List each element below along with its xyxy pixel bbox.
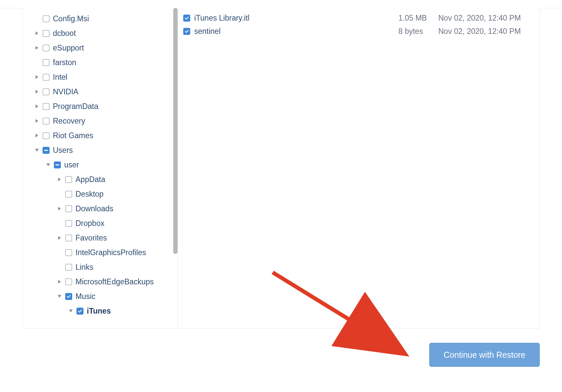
svg-marker-4 bbox=[36, 104, 38, 108]
file-row[interactable]: sentinel8 bytesNov 02, 2020, 12:40 PM bbox=[183, 25, 528, 38]
tree-item-label: dcboot bbox=[53, 29, 76, 38]
file-name: iTunes Library.itl bbox=[194, 14, 398, 23]
checkbox-tree-0[interactable] bbox=[43, 15, 50, 22]
checkbox-tree-10[interactable] bbox=[54, 161, 61, 168]
checkbox-tree-4[interactable] bbox=[43, 74, 50, 81]
svg-marker-0 bbox=[36, 31, 38, 35]
tree-item-label: NVIDIA bbox=[53, 87, 78, 96]
checkbox-file-1[interactable] bbox=[183, 28, 190, 35]
checkbox-tree-5[interactable] bbox=[43, 88, 50, 95]
tree-row[interactable]: Riot Games bbox=[33, 128, 173, 143]
chevron-right-icon[interactable] bbox=[55, 236, 64, 240]
checkbox-tree-2[interactable] bbox=[43, 45, 50, 51]
tree-item-label: Config.Msi bbox=[53, 14, 89, 23]
tree-row[interactable]: eSupport bbox=[33, 41, 173, 55]
tree-item-label: Dropbox bbox=[75, 219, 104, 228]
checkbox-tree-3[interactable] bbox=[43, 59, 50, 66]
svg-marker-1 bbox=[36, 46, 38, 49]
checkbox-tree-19[interactable] bbox=[65, 293, 72, 300]
svg-marker-6 bbox=[36, 134, 38, 137]
checkbox-tree-16[interactable] bbox=[65, 249, 72, 256]
svg-marker-12 bbox=[58, 280, 61, 283]
tree-item-label: Downloads bbox=[75, 204, 113, 213]
tree-item-label: Users bbox=[53, 146, 73, 155]
checkbox-tree-20[interactable] bbox=[76, 308, 83, 315]
file-size: 1.05 MB bbox=[398, 14, 438, 23]
tree-item-label: user bbox=[64, 160, 79, 169]
restore-button-label: Continue with Restore bbox=[444, 350, 525, 360]
checkbox-tree-8[interactable] bbox=[43, 132, 50, 139]
chevron-down-icon[interactable] bbox=[33, 148, 41, 152]
svg-marker-13 bbox=[58, 295, 61, 298]
svg-marker-8 bbox=[46, 163, 50, 166]
checkbox-tree-6[interactable] bbox=[43, 103, 50, 110]
checkbox-tree-11[interactable] bbox=[65, 176, 72, 183]
tree-item-label: AppData bbox=[75, 175, 105, 184]
tree-row[interactable]: farston bbox=[33, 55, 173, 70]
checkbox-tree-1[interactable] bbox=[43, 30, 50, 37]
svg-marker-10 bbox=[58, 207, 61, 210]
checkbox-file-0[interactable] bbox=[183, 15, 190, 22]
chevron-right-icon[interactable] bbox=[33, 133, 41, 138]
tree-row[interactable]: iTunes bbox=[33, 304, 173, 318]
tree-row[interactable]: MicrosoftEdgeBackups bbox=[33, 274, 173, 289]
tree-row[interactable]: NVIDIA bbox=[33, 84, 173, 99]
folder-tree-sidebar: Config.MsidcbooteSupportfarstonIntelNVID… bbox=[23, 8, 178, 328]
tree-row[interactable]: ProgramData bbox=[33, 99, 173, 114]
tree-row[interactable]: Music bbox=[33, 289, 173, 304]
tree-item-label: Intel bbox=[53, 73, 67, 82]
sidebar-scrollbar[interactable] bbox=[173, 8, 178, 254]
tree-row[interactable]: Favorites bbox=[33, 231, 173, 245]
svg-marker-14 bbox=[69, 310, 72, 312]
tree-item-label: Recovery bbox=[53, 117, 85, 126]
checkbox-tree-17[interactable] bbox=[65, 264, 72, 271]
tree-row[interactable]: Links bbox=[33, 260, 173, 274]
checkbox-tree-14[interactable] bbox=[65, 220, 72, 227]
file-list-pane: iTunes Library.itl1.05 MBNov 02, 2020, 1… bbox=[178, 8, 539, 328]
tree-row[interactable]: Desktop bbox=[33, 187, 173, 201]
svg-marker-11 bbox=[58, 236, 61, 240]
chevron-right-icon[interactable] bbox=[33, 119, 41, 123]
chevron-right-icon[interactable] bbox=[33, 31, 41, 36]
chevron-right-icon[interactable] bbox=[33, 89, 41, 94]
tree-row[interactable]: IntelGraphicsProfiles bbox=[33, 245, 173, 260]
chevron-down-icon[interactable] bbox=[44, 162, 53, 167]
chevron-down-icon[interactable] bbox=[67, 309, 75, 313]
svg-marker-7 bbox=[35, 149, 39, 151]
tree-row[interactable]: Recovery bbox=[33, 114, 173, 128]
tree-row[interactable]: Intel bbox=[33, 70, 173, 84]
svg-marker-3 bbox=[36, 90, 38, 93]
continue-with-restore-button[interactable]: Continue with Restore bbox=[429, 343, 540, 367]
tree-item-label: Favorites bbox=[75, 234, 107, 243]
file-row[interactable]: iTunes Library.itl1.05 MBNov 02, 2020, 1… bbox=[183, 11, 528, 25]
chevron-right-icon[interactable] bbox=[33, 104, 41, 109]
checkbox-tree-18[interactable] bbox=[65, 278, 72, 285]
chevron-right-icon[interactable] bbox=[33, 46, 41, 50]
tree-row[interactable]: Downloads bbox=[33, 201, 173, 216]
tree-item-label: Links bbox=[75, 263, 93, 272]
file-name: sentinel bbox=[194, 27, 398, 36]
tree-row[interactable]: Config.Msi bbox=[33, 11, 173, 26]
chevron-right-icon[interactable] bbox=[55, 279, 64, 284]
tree-item-label: Riot Games bbox=[53, 131, 93, 140]
checkbox-tree-15[interactable] bbox=[65, 235, 72, 242]
tree-item-label: Music bbox=[75, 292, 95, 301]
chevron-right-icon[interactable] bbox=[55, 177, 64, 182]
chevron-right-icon[interactable] bbox=[55, 206, 64, 211]
chevron-down-icon[interactable] bbox=[55, 294, 64, 299]
tree-row[interactable]: Users bbox=[33, 143, 173, 157]
svg-marker-9 bbox=[58, 177, 61, 181]
tree-row[interactable]: AppData bbox=[33, 172, 173, 187]
svg-marker-5 bbox=[36, 119, 38, 123]
checkbox-tree-9[interactable] bbox=[43, 147, 50, 154]
tree-row[interactable]: user bbox=[33, 157, 173, 172]
checkbox-tree-13[interactable] bbox=[65, 205, 72, 212]
tree-row[interactable]: dcboot bbox=[33, 26, 173, 41]
restore-panel: Config.MsidcbooteSupportfarstonIntelNVID… bbox=[22, 8, 540, 329]
checkbox-tree-7[interactable] bbox=[43, 118, 50, 125]
chevron-right-icon[interactable] bbox=[33, 75, 41, 79]
tree-row[interactable]: Dropbox bbox=[33, 216, 173, 231]
tree-item-label: iTunes bbox=[87, 307, 111, 316]
tree-item-label: eSupport bbox=[53, 44, 84, 52]
checkbox-tree-12[interactable] bbox=[65, 191, 72, 198]
